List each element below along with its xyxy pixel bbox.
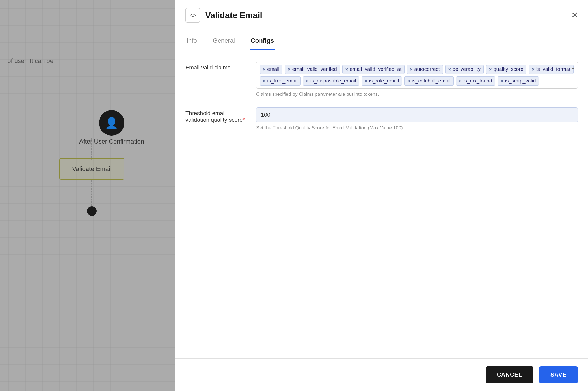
tag-label: email_valid_verified_at (350, 66, 401, 72)
code-brackets-icon: <> (189, 12, 196, 19)
tag-label: is_mx_found (463, 78, 492, 84)
tag-label: is_role_email (369, 78, 399, 84)
list-item[interactable]: ×quality_score (486, 65, 526, 74)
list-item[interactable]: ×email_valid_verified_at (342, 65, 405, 74)
threshold-hint: Set the Threshold Quality Score for Emai… (256, 125, 578, 131)
list-item[interactable]: ×email (260, 65, 282, 74)
email-valid-claims-field: ×email×email_valid_verified×email_valid_… (256, 62, 578, 97)
tag-label: email_valid_verified (292, 66, 337, 72)
list-item[interactable]: ×is_disposable_email (303, 76, 359, 86)
user-icon: 👤 (105, 117, 118, 129)
tag-remove-icon[interactable]: × (532, 67, 534, 72)
list-item[interactable]: ×email_valid_verified (285, 65, 340, 74)
threshold-input[interactable] (256, 107, 578, 122)
panel-title: Validate Email (205, 10, 578, 20)
list-item[interactable]: ×is_role_email (362, 76, 402, 86)
tag-label: email (267, 66, 279, 72)
tag-label: autocorrect (414, 66, 440, 72)
list-item[interactable]: ×is_free_email (260, 76, 301, 86)
tags-container[interactable]: ×email×email_valid_verified×email_valid_… (256, 62, 578, 89)
validate-email-node[interactable]: Validate Email (59, 158, 124, 180)
list-item[interactable]: ×is_catchall_email (404, 76, 453, 86)
tag-remove-icon[interactable]: × (407, 79, 410, 83)
tag-label: quality_score (493, 66, 523, 72)
panel-footer: CANCEL SAVE (175, 358, 588, 391)
tag-remove-icon[interactable]: × (410, 67, 412, 72)
plus-icon: + (90, 207, 94, 215)
tag-label: is_free_email (267, 78, 297, 84)
tag-remove-icon[interactable]: × (489, 67, 492, 72)
tag-label: is_smtp_valid (505, 78, 536, 84)
panel-body: Email valid claims ×email×email_valid_ve… (175, 50, 588, 358)
tag-label: is_catchall_email (412, 78, 451, 84)
connector-line-bottom (91, 180, 92, 206)
threshold-label: Threshold email validation quality score… (185, 107, 248, 123)
canvas-text: n of user. It can be (0, 55, 56, 67)
user-node-label: After User Confirmation (79, 138, 144, 145)
list-item[interactable]: ×deliverability (445, 65, 484, 74)
tag-remove-icon[interactable]: × (459, 79, 462, 83)
code-icon-button[interactable]: <> (185, 8, 200, 23)
email-valid-claims-row: Email valid claims ×email×email_valid_ve… (185, 62, 578, 97)
user-node: 👤 After User Confirmation (79, 110, 144, 145)
tag-remove-icon[interactable]: × (448, 67, 451, 72)
tag-remove-icon[interactable]: × (501, 79, 503, 83)
connector-line-top (91, 138, 92, 160)
panel-header: <> Validate Email ✕ (175, 0, 588, 31)
threshold-field: Set the Threshold Quality Score for Emai… (256, 107, 578, 131)
email-valid-claims-label: Email valid claims (185, 62, 248, 71)
cancel-button[interactable]: CANCEL (486, 366, 533, 383)
list-item[interactable]: ×autocorrect (407, 65, 443, 74)
list-item[interactable]: ×is_smtp_valid (498, 76, 539, 86)
canvas-background: n of user. It can be 👤 After User Confir… (0, 0, 175, 391)
required-star: * (243, 117, 245, 123)
dropdown-arrow-icon: ▾ (572, 66, 574, 71)
list-item[interactable]: ×is_valid_format (529, 65, 573, 74)
tag-label: is_valid_format (536, 66, 570, 72)
tag-label: is_disposable_email (310, 78, 356, 84)
tag-remove-icon[interactable]: × (365, 79, 367, 83)
tag-remove-icon[interactable]: × (263, 67, 265, 72)
tab-configs[interactable]: Configs (250, 31, 275, 50)
validate-node-label: Validate Email (72, 165, 112, 173)
list-item[interactable]: ×is_mx_found (456, 76, 495, 86)
tag-remove-icon[interactable]: × (345, 67, 348, 72)
threshold-row: Threshold email validation quality score… (185, 107, 578, 131)
tag-remove-icon[interactable]: × (263, 79, 265, 83)
save-button[interactable]: SAVE (539, 366, 578, 383)
add-node-button[interactable]: + (87, 206, 97, 216)
canvas-content: n of user. It can be 👤 After User Confir… (0, 0, 175, 391)
panel-tabs: Info General Configs (175, 31, 588, 50)
email-valid-claims-hint: Claims specified by Claims parameter are… (256, 92, 578, 97)
tab-info[interactable]: Info (185, 31, 198, 50)
config-panel: <> Validate Email ✕ Info General Configs… (175, 0, 588, 391)
tag-remove-icon[interactable]: × (288, 67, 290, 72)
tab-general[interactable]: General (212, 31, 236, 50)
tag-remove-icon[interactable]: × (306, 79, 308, 83)
user-node-circle: 👤 (99, 110, 124, 136)
tag-label: deliverability (453, 66, 481, 72)
close-button[interactable]: ✕ (571, 11, 578, 19)
